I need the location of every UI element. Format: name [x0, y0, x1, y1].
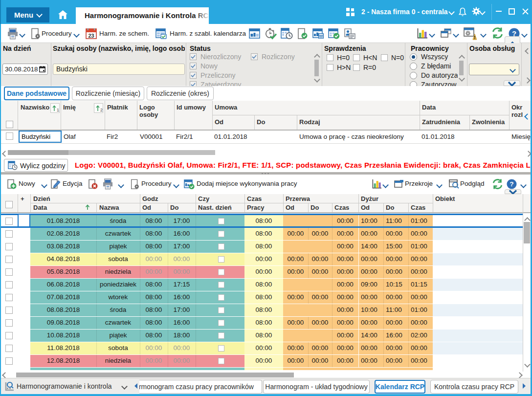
- svg-text:1: 1: [57, 108, 59, 112]
- svg-text:2: 2: [100, 108, 103, 112]
- svg-text:23: 23: [88, 33, 94, 39]
- svg-text:?: ?: [510, 180, 513, 188]
